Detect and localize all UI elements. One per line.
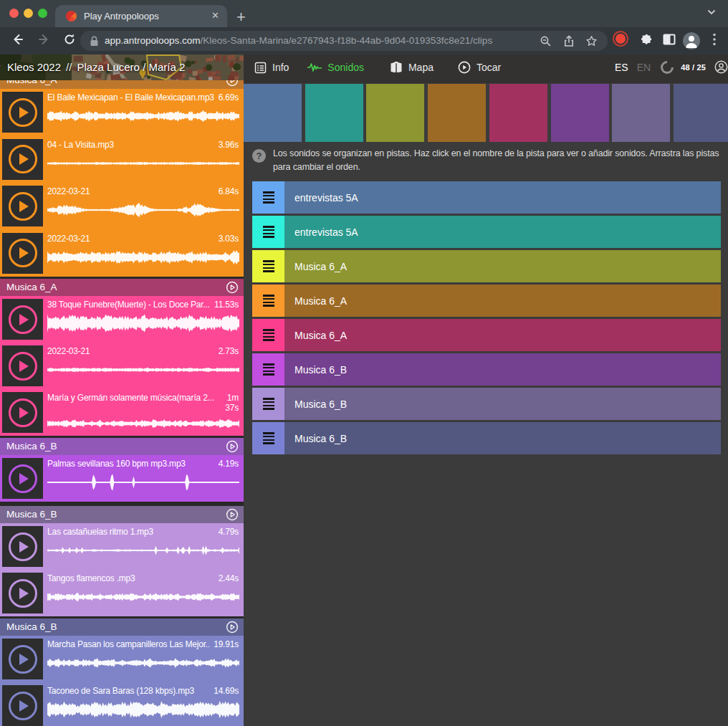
clip-waveform[interactable] <box>47 359 239 381</box>
lock-icon[interactable] <box>90 36 99 49</box>
clip-play-button[interactable] <box>2 92 43 133</box>
track-row[interactable]: Musica 6_B <box>252 422 721 454</box>
timeline-swatch[interactable] <box>612 84 670 142</box>
tab-search-chevron-icon[interactable] <box>707 7 717 19</box>
nav-mapa[interactable]: Mapa <box>390 62 434 73</box>
help-text: Los sonidos se organizan en pistas. Haz … <box>273 147 726 174</box>
clip-waveform[interactable] <box>47 199 239 221</box>
section-play-icon[interactable] <box>226 281 239 296</box>
track-name: Musica 6_A <box>294 295 347 307</box>
zoom-icon[interactable] <box>540 35 552 50</box>
clip-play-button[interactable] <box>2 299 43 340</box>
new-tab-button[interactable]: + <box>236 8 246 27</box>
clip-waveform[interactable] <box>47 586 239 608</box>
clip-waveform[interactable] <box>47 540 239 561</box>
clip-play-button[interactable] <box>2 526 43 567</box>
track-row[interactable]: Musica 6_A <box>252 285 721 317</box>
browser-tab[interactable]: Play Antropoloops ✕ <box>55 5 227 27</box>
side-panel-icon[interactable] <box>663 34 676 49</box>
clip-play-button[interactable] <box>2 186 43 226</box>
audio-clip: María y Germán solamente música(maría 2.… <box>0 389 244 436</box>
record-indicator-icon[interactable] <box>616 34 626 44</box>
close-window-button[interactable] <box>9 9 19 18</box>
browser-menu-icon[interactable] <box>712 32 717 50</box>
clip-play-button[interactable] <box>2 458 43 499</box>
drag-handle[interactable] <box>252 388 284 420</box>
drag-handle[interactable] <box>252 181 284 214</box>
track-section-header[interactable]: Musica 6_B <box>0 438 244 455</box>
extensions-puzzle-icon[interactable] <box>640 33 653 49</box>
section-play-icon[interactable] <box>226 508 239 523</box>
clip-title: Marcha Pasan los campanilleros Las Mejor… <box>47 639 209 649</box>
clip-duration: 19.91s <box>214 639 239 649</box>
clip-play-button[interactable] <box>2 685 43 726</box>
close-tab-icon[interactable]: ✕ <box>211 10 219 21</box>
clip-play-button[interactable] <box>2 392 43 433</box>
track-section-header[interactable]: Musica 6_B <box>0 618 244 636</box>
nav-sonidos[interactable]: Sonidos <box>307 62 364 73</box>
track-row[interactable]: Musica 6_B <box>252 388 721 420</box>
lang-es-button[interactable]: ES <box>615 62 628 73</box>
track-section-header[interactable]: Musica 6_B <box>0 506 244 523</box>
nav-tocar[interactable]: Tocar <box>458 61 501 74</box>
clip-play-button[interactable] <box>2 139 43 180</box>
clip-waveform[interactable] <box>47 105 239 127</box>
clip-waveform[interactable] <box>47 153 239 174</box>
clip-title: Tangos flamencos .mp3 <box>47 573 214 583</box>
track-section-name: Musica 6_A <box>6 282 57 292</box>
drag-handle[interactable] <box>252 250 284 282</box>
bookmark-star-icon[interactable] <box>585 35 598 50</box>
timeline-swatch[interactable] <box>305 84 363 142</box>
clip-play-button[interactable] <box>2 573 43 613</box>
timeline-swatch[interactable] <box>489 84 547 142</box>
forward-button[interactable] <box>37 32 52 50</box>
section-play-icon[interactable] <box>226 80 239 89</box>
timeline-swatch[interactable] <box>551 84 609 142</box>
account-icon[interactable] <box>714 60 728 74</box>
loading-spinner-icon <box>658 58 676 76</box>
timeline-swatch[interactable] <box>244 84 302 142</box>
track-row[interactable]: entrevistas 5A <box>252 216 721 248</box>
timeline-swatch[interactable] <box>674 84 728 142</box>
clip-waveform[interactable] <box>47 415 239 432</box>
track-row[interactable]: Musica 6_A <box>252 319 721 351</box>
track-row[interactable]: entrevistas 5A <box>252 181 721 214</box>
clip-waveform[interactable] <box>47 652 239 674</box>
minimize-window-button[interactable] <box>24 9 33 18</box>
clip-list: Palmas sevillanas 160 bpm mp3.mp34.19s <box>0 455 244 502</box>
track-name: Musica 6_B <box>294 398 347 410</box>
share-icon[interactable] <box>563 35 575 50</box>
clip-title: Las castañuelas ritmo 1.mp3 <box>47 527 214 537</box>
drag-handle[interactable] <box>252 216 284 248</box>
timeline-swatch[interactable] <box>428 84 486 142</box>
track-row[interactable]: Musica 6_A <box>252 250 721 282</box>
timeline-swatch[interactable] <box>366 84 424 142</box>
clip-duration: 4.79s <box>219 527 239 537</box>
drag-handle[interactable] <box>252 285 284 317</box>
track-section-header[interactable]: Musica 6_A <box>0 80 244 89</box>
drag-handle[interactable] <box>252 319 284 351</box>
clip-play-button[interactable] <box>2 345 43 386</box>
address-bar[interactable]: app.antropoloops.com/Kleos-Santa-Marina/… <box>80 31 608 51</box>
clip-play-button[interactable] <box>2 639 43 679</box>
drag-handle[interactable] <box>252 422 284 454</box>
section-play-icon[interactable] <box>226 440 239 455</box>
clip-waveform[interactable] <box>47 247 239 268</box>
help-icon: ? <box>252 149 266 163</box>
clip-waveform[interactable] <box>47 472 239 493</box>
clip-duration: 6.84s <box>219 186 239 196</box>
clip-waveform[interactable] <box>47 312 239 334</box>
profile-avatar[interactable] <box>683 32 700 49</box>
nav-info[interactable]: Info <box>254 62 289 74</box>
drag-handle[interactable] <box>252 353 284 386</box>
breadcrumb-project[interactable]: Kleos 2022 <box>7 61 61 73</box>
back-button[interactable] <box>10 32 24 50</box>
reload-button[interactable] <box>63 33 76 49</box>
lang-en-button[interactable]: EN <box>637 62 651 73</box>
clip-play-button[interactable] <box>2 233 43 274</box>
zoom-window-button[interactable] <box>38 9 47 18</box>
section-play-icon[interactable] <box>226 621 239 636</box>
track-section-header[interactable]: Musica 6_A <box>0 279 244 296</box>
clip-waveform[interactable] <box>47 699 239 720</box>
track-row[interactable]: Musica 6_B <box>252 353 721 386</box>
